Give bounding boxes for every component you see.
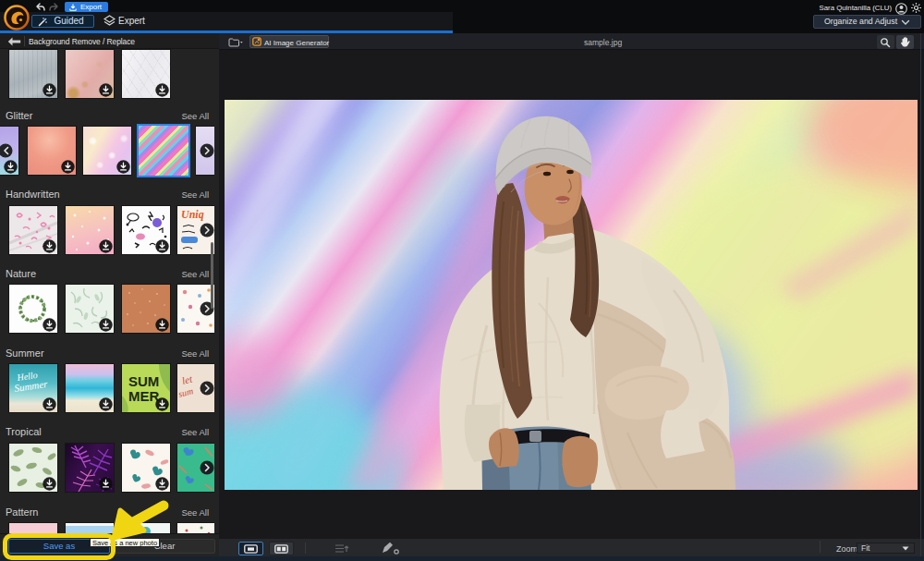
svg-text:let: let <box>181 372 194 386</box>
svg-text:SUM: SUM <box>128 373 159 389</box>
svg-text:sum: sum <box>177 385 194 399</box>
svg-text:Uniq: Uniq <box>181 208 204 221</box>
